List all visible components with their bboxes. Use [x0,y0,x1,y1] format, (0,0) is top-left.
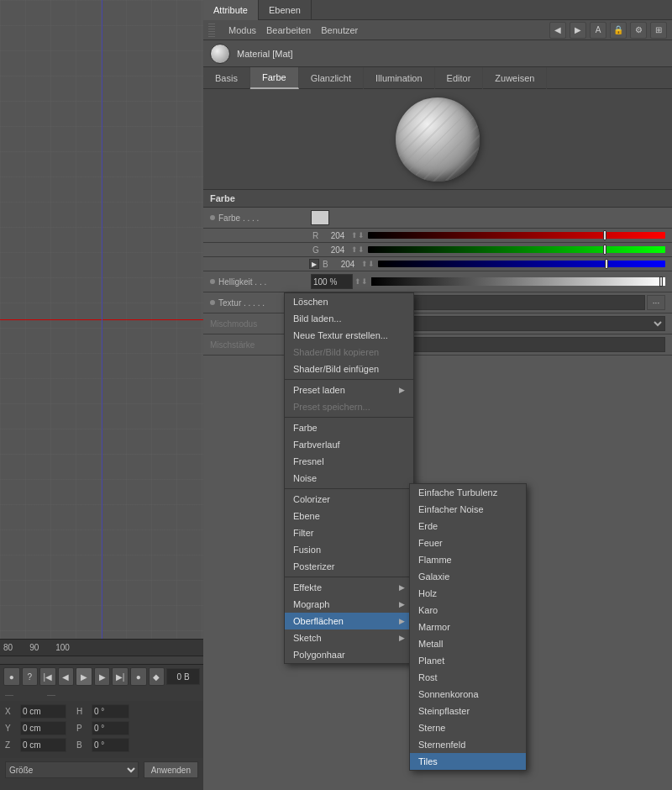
ctx-bild-laden[interactable]: Bild laden... [285,310,413,327]
sub-galaxie[interactable]: Galaxie [410,568,526,585]
sub-tiles[interactable]: Tiles [410,753,526,770]
helligkeit-dot [210,279,215,284]
ctx-filter[interactable]: Filter [285,524,413,541]
playback-next-frame[interactable]: ▶ [94,667,111,686]
playback-record[interactable]: ● [130,667,147,686]
sub-flamme[interactable]: Flamme [410,551,526,568]
p-input[interactable]: 0 ° [92,721,129,735]
sub-sterne[interactable]: Sterne [410,719,526,736]
playback-question-btn[interactable]: ? [22,667,39,686]
farbe-section-header: Farbe [203,190,672,208]
helligkeit-slider[interactable] [371,277,665,286]
sub-rost[interactable]: Rost [410,669,526,686]
g-arrows[interactable]: ⬆⬇ [351,245,365,254]
helligkeit-arrows[interactable]: ⬆⬇ [354,277,368,286]
menu-bearbeiten[interactable]: Bearbeiten [266,25,311,35]
ctx-ebene[interactable]: Ebene [285,508,413,524]
sub-einfache-turbulenz[interactable]: Einfache Turbulenz [410,484,526,501]
playback-play[interactable]: ▶ [76,667,92,686]
settings-icon[interactable]: ⚙ [630,22,647,39]
sub-steinpflaster[interactable]: Steinpflaster [410,703,526,719]
z-input[interactable]: 0 cm [20,738,66,752]
r-slider[interactable] [368,230,665,240]
menu-benutzer[interactable]: Benutzer [321,25,358,35]
playback-circle-btn[interactable]: ● [3,667,20,686]
x-input[interactable]: 0 cm [20,704,66,719]
frame-input[interactable]: 0 B [166,668,200,685]
ctx-oberflachen[interactable]: Oberflächen ▶ [285,613,413,629]
ctx-noise[interactable]: Noise [285,470,413,487]
sub-sonnenkorona[interactable]: Sonnenkorona [410,686,526,703]
tab-editor[interactable]: Editor [435,67,484,89]
playback-keyframe[interactable]: ◆ [149,667,165,686]
tab-attribute[interactable]: Attribute [203,0,259,20]
tab-ebenen[interactable]: Ebenen [259,0,312,20]
b-slider[interactable] [378,259,665,269]
playback-prev-start[interactable]: |◀ [39,667,56,686]
ctx-posterizer[interactable]: Posterizer [285,558,413,575]
sub-holz[interactable]: Holz [410,585,526,602]
a-icon[interactable]: A [590,22,606,39]
ctx-preset-laden[interactable]: Preset laden ▶ [285,382,413,398]
sub-karo[interactable]: Karo [410,602,526,619]
ctx-colorizer[interactable]: Colorizer [285,491,413,508]
oberflachen-arrow: ▶ [399,617,405,625]
arrow-left-icon[interactable]: ◀ [549,22,566,39]
texture-dots-btn[interactable]: ··· [647,295,665,310]
coordinates-panel: X 0 cm H 0 ° Y 0 cm P 0 ° Z 0 cm B 0 ° [0,701,203,758]
color-prop-row: Farbe . . . . [203,208,672,229]
arrow-right-icon[interactable]: ▶ [570,22,586,39]
sub-einfacher-noise[interactable]: Einfacher Noise [410,501,526,518]
sub-erde[interactable]: Erde [410,518,526,535]
g-slider[interactable] [368,245,665,255]
tab-zuweisen[interactable]: Zuweisen [483,67,547,89]
timeline-ruler [0,656,203,665]
ctx-loschen[interactable]: Löschen [285,293,413,310]
ctx-effekte[interactable]: Effekte ▶ [285,579,413,596]
color-swatch[interactable] [311,210,329,225]
y-label: Y [5,724,17,733]
ctx-shader-einfugen[interactable]: Shader/Bild einfügen [285,361,413,377]
ctx-farbe[interactable]: Farbe [285,419,413,436]
helligkeit-input[interactable] [311,274,353,289]
size-dropdown[interactable]: Größe [5,761,139,778]
lock-icon[interactable]: 🔒 [610,22,627,39]
b-expand[interactable]: ▶ [309,259,319,269]
ctx-sketch[interactable]: Sketch ▶ [285,629,413,646]
channel-g-row: G 204 ⬆⬇ [203,243,672,257]
ctx-fusion[interactable]: Fusion [285,541,413,558]
grid-icon[interactable]: ⊞ [650,22,667,39]
y-input[interactable]: 0 cm [20,721,66,735]
r-arrows[interactable]: ⬆⬇ [351,231,365,240]
menu-modus[interactable]: Modus [228,25,256,35]
tab-illumination[interactable]: Illumination [364,67,435,89]
ctx-sep1 [285,379,413,380]
sub-metall[interactable]: Metall [410,635,526,652]
ctx-sep3 [285,488,413,489]
tab-farbe[interactable]: Farbe [250,67,299,89]
ctx-mograph[interactable]: Mograph ▶ [285,596,413,613]
mograph-arrow: ▶ [399,600,405,608]
sub-sternenfeld[interactable]: Sternenfeld [410,736,526,753]
viewport[interactable] [0,0,203,639]
tab-basis[interactable]: Basis [203,67,250,89]
sub-feuer[interactable]: Feuer [410,535,526,551]
sub-planet[interactable]: Planet [410,652,526,669]
apply-button[interactable]: Anwenden [144,761,198,778]
sub-marmor[interactable]: Marmor [410,619,526,635]
h-input[interactable]: 0 ° [92,704,129,719]
b-input[interactable]: 0 ° [92,738,129,752]
ctx-fresnel[interactable]: Fresnel [285,453,413,470]
ctx-farbverlauf[interactable]: Farbverlauf [285,436,413,453]
frame-90: 90 [29,643,39,652]
top-tabs: Attribute Ebenen [203,0,672,20]
b-label: B [323,260,334,269]
tab-glanzlicht[interactable]: Glanzlicht [299,67,364,89]
playback-prev-frame[interactable]: ◀ [58,667,75,686]
b-arrows[interactable]: ⬆⬇ [361,260,375,268]
ctx-polygonhaar[interactable]: Polygonhaar [285,646,413,663]
playback-next-end[interactable]: ▶| [112,667,129,686]
ctx-neue-textur[interactable]: Neue Textur erstellen... [285,327,413,344]
material-sphere [210,44,230,64]
material-name: Material [Mat] [237,49,293,59]
